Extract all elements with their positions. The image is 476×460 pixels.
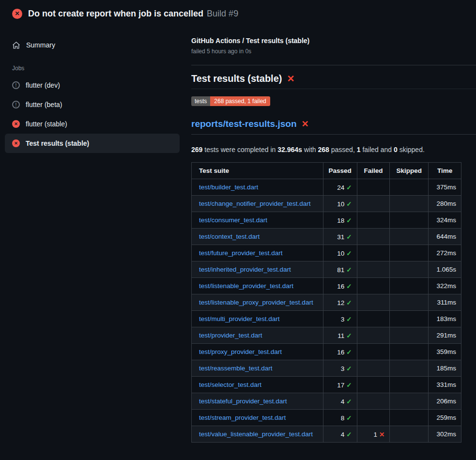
failed-cell [357,229,390,245]
test-suite-cell: test/listenable_proxy_provider_test.dart [192,294,323,311]
failed-cell [357,294,390,311]
test-suite-link[interactable]: test/multi_provider_test.dart [199,315,280,322]
table-row: test/future_provider_test.dart10✓272ms [192,245,461,261]
tests-badge: tests 268 passed, 1 failed [191,96,270,106]
sidebar-item-job[interactable]: !flutter (beta) [5,95,180,114]
time-cell: 311ms [429,294,461,311]
table-row: test/selector_test.dart17✓331ms [192,377,461,393]
test-suite-link[interactable]: test/listenable_proxy_provider_test.dart [199,299,313,306]
failed-status-icon: ✕ [12,9,22,19]
test-suite-link[interactable]: test/stream_provider_test.dart [199,414,286,421]
build-number: Build #9 [207,9,238,19]
skipped-cell [390,377,429,393]
passed-cell: 81✓ [323,261,357,278]
count-value: 4 [341,398,345,405]
count-value: 8 [341,414,345,422]
sidebar-item-job[interactable]: !flutter (dev) [5,76,180,95]
check-icon: ✓ [346,382,352,389]
test-suite-cell: test/inherited_provider_test.dart [192,261,323,278]
passed-cell: 17✓ [323,377,357,393]
table-row: test/provider_test.dart11✓291ms [192,327,461,344]
count-value: 10 [337,200,344,208]
test-suite-link[interactable]: test/proxy_provider_test.dart [199,348,282,355]
main-content: GitHub Actions / Test results (stable) f… [191,27,476,443]
test-suite-link[interactable]: test/future_provider_test.dart [199,249,283,257]
test-suite-link[interactable]: test/reassemble_test.dart [199,365,273,372]
sidebar-item-summary[interactable]: Summary [5,36,180,54]
test-suite-cell: test/consumer_test.dart [192,212,323,229]
table-row: test/builder_test.dart24✓375ms [192,179,461,196]
test-suite-cell: test/stream_provider_test.dart [192,410,323,426]
count-value: 24 [337,184,344,191]
page-title: Do not create report when job is cancell… [28,9,203,19]
test-suite-cell: test/builder_test.dart [192,179,323,196]
test-suite-link[interactable]: test/provider_test.dart [199,332,262,339]
test-suite-link[interactable]: test/consumer_test.dart [199,216,267,224]
sidebar-item-label: Test results (stable) [26,139,89,147]
skipped-cell [390,360,429,377]
time-cell: 359ms [429,344,461,360]
sidebar-item-label: flutter (stable) [26,120,67,128]
skipped-cell [390,393,429,410]
home-icon [12,41,20,49]
test-suite-link[interactable]: test/context_test.dart [199,233,260,240]
skipped-cell [390,327,429,344]
test-suite-link[interactable]: test/value_listenable_provider_test.dart [199,430,313,438]
passed-cell: 10✓ [323,245,357,261]
summary-segment: 268 [318,146,329,153]
summary-segment: 269 [191,146,202,153]
divider [191,65,476,65]
failed-cell: 1✕ [357,426,390,443]
table-row: test/context_test.dart31✓644ms [192,229,461,245]
check-icon: ✓ [346,283,352,290]
time-cell: 185ms [429,360,461,377]
passed-cell: 3✓ [323,311,357,327]
check-icon: ✓ [346,349,352,356]
column-header: Test suite [192,163,323,179]
time-cell: 331ms [429,377,461,393]
count-value: 11 [338,332,344,339]
sidebar-item-job[interactable]: ✕Test results (stable) [5,134,180,153]
test-suite-link[interactable]: test/change_notifier_provider_test.dart [199,200,310,207]
passed-cell: 4✓ [323,393,357,410]
badge-value: 268 passed, 1 failed [210,96,270,106]
table-row: test/inherited_provider_test.dart81✓1.06… [192,261,461,278]
count-value: 3 [341,316,345,323]
sidebar-item-job[interactable]: ✕flutter (stable) [5,114,180,134]
test-suite-link[interactable]: test/builder_test.dart [199,184,258,191]
summary-segment: 0 [394,146,398,153]
passed-cell: 8✓ [323,410,357,426]
column-header: Failed [357,163,390,179]
exclamation-circle-icon: ! [12,101,20,108]
table-row: test/listenable_provider_test.dart16✓322… [192,278,461,294]
table-row: test/stream_provider_test.dart8✓259ms [192,410,461,426]
check-icon: ✓ [346,431,352,438]
failed-cell [357,327,390,344]
skipped-cell [390,261,429,278]
skipped-cell [390,245,429,261]
failed-cell [357,393,390,410]
test-suite-link[interactable]: test/selector_test.dart [199,381,261,388]
column-header: Passed [323,163,357,179]
count-value: 12 [337,299,344,307]
check-icon: ✓ [346,266,352,274]
test-suite-link[interactable]: test/listenable_provider_test.dart [199,282,293,290]
test-suite-cell: test/listenable_provider_test.dart [192,278,323,294]
time-cell: 206ms [429,393,461,410]
test-suite-link[interactable]: test/inherited_provider_test.dart [199,266,291,273]
count-value: 4 [341,431,345,438]
count-value: 3 [341,365,345,372]
check-icon: ✓ [346,414,352,422]
skipped-cell [390,344,429,360]
check-icon: ✓ [346,200,352,208]
summary-segment: passed, [329,146,357,153]
check-icon: ✓ [346,332,352,339]
x-circle-icon: ✕ [12,120,20,128]
failed-cell [357,377,390,393]
table-row: test/proxy_provider_test.dart16✓359ms [192,344,461,360]
run-meta: failed 5 hours ago in 0s [191,48,476,55]
report-file-link[interactable]: reports/test-results.json [191,119,297,129]
passed-cell: 3✓ [323,360,357,377]
failed-cell [357,212,390,229]
test-suite-link[interactable]: test/stateful_provider_test.dart [199,398,287,405]
